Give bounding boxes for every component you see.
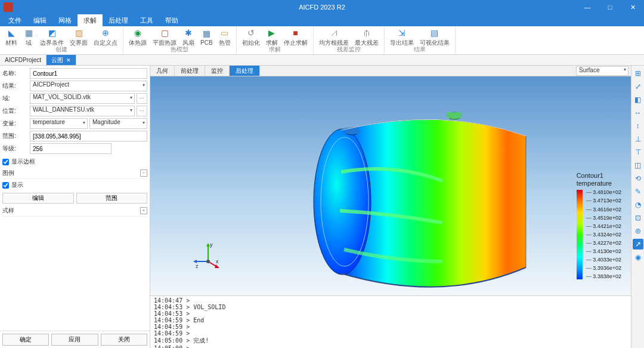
viewport-tool-7[interactable]: ◫ bbox=[633, 160, 643, 171]
app-title: AICFD 2023 R2 bbox=[299, 4, 345, 11]
label-result: 结果: bbox=[2, 82, 30, 90]
menu-0[interactable]: 文件 bbox=[2, 14, 27, 26]
group-name: 结果 bbox=[414, 45, 426, 54]
ribbon-label: 导出结果 bbox=[390, 39, 414, 47]
result-combo[interactable]: AICFDProject bbox=[30, 81, 147, 91]
project-tab[interactable]: 云图✕ bbox=[47, 55, 76, 65]
menu-4[interactable]: 后处理 bbox=[103, 14, 134, 26]
axis-triad: y z x bbox=[193, 241, 223, 270]
ribbon-btn-PCB[interactable]: ▦PCB bbox=[199, 28, 215, 46]
location-more-button[interactable]: ⋯ bbox=[137, 106, 147, 116]
window-controls: — □ ✕ bbox=[576, 0, 644, 14]
viewport-tool-14[interactable]: ◉ bbox=[633, 252, 643, 263]
ribbon-btn-风扇[interactable]: ✱风扇 bbox=[181, 27, 196, 47]
project-tab[interactable]: AICFDProject bbox=[0, 55, 47, 65]
menu-2[interactable]: 网格 bbox=[52, 14, 78, 26]
close-icon[interactable]: ✕ bbox=[66, 57, 71, 63]
domain-more-button[interactable]: ⋯ bbox=[137, 93, 147, 104]
viewport-tool-6[interactable]: ⊤ bbox=[633, 147, 643, 158]
view-tab-3[interactable]: 后处理 bbox=[230, 66, 260, 76]
svg-marker-13 bbox=[215, 264, 219, 268]
view-mode-combo[interactable]: Surface bbox=[576, 66, 628, 76]
legend-gradient bbox=[577, 190, 583, 279]
viewport-tool-8[interactable]: ⟲ bbox=[633, 173, 643, 184]
show-legend-checkbox[interactable] bbox=[2, 182, 9, 189]
group-name: 创建 bbox=[55, 45, 67, 54]
ribbon-label: 自定义点 bbox=[94, 39, 117, 47]
svg-text:y: y bbox=[210, 242, 213, 248]
viewport-tool-4[interactable]: ↕ bbox=[633, 121, 643, 131]
viewport-tool-10[interactable]: ◔ bbox=[633, 199, 643, 210]
viewport-tool-1[interactable]: ⤢ bbox=[633, 81, 643, 92]
ribbon-btn-材料[interactable]: ◣材料 bbox=[4, 27, 19, 47]
menu-5[interactable]: 工具 bbox=[134, 14, 159, 26]
viewport-tool-3[interactable]: ↔ bbox=[633, 107, 643, 118]
close-button[interactable]: ✕ bbox=[621, 0, 644, 14]
ribbon-btn-交界面[interactable]: ▨交界面 bbox=[68, 27, 89, 47]
ribbon-btn-初始化[interactable]: ↺初始化 bbox=[240, 27, 262, 47]
style-section-header[interactable]: 式样 + bbox=[2, 205, 147, 217]
ribbon-btn-域[interactable]: ▦域 bbox=[21, 27, 36, 47]
group-name: 求解 bbox=[269, 45, 281, 54]
viewport-tool-11[interactable]: ⊡ bbox=[633, 213, 643, 223]
ribbon-icon: ⇲ bbox=[397, 27, 407, 38]
console-output[interactable]: 14:04:47 > 14:04:53 > VOL_SOLID 14:04:53… bbox=[150, 295, 631, 348]
ribbon-btn-热管[interactable]: ▭热管 bbox=[217, 27, 233, 47]
viewport-tool-12[interactable]: ⊚ bbox=[633, 226, 643, 236]
group-name: 热模型 bbox=[171, 45, 188, 54]
viewport-3d[interactable]: y z x Contour1 temperature bbox=[150, 76, 631, 295]
legend-tick: 3.4519e+02 bbox=[586, 215, 621, 221]
view-tab-0[interactable]: 几何 bbox=[150, 66, 175, 76]
ribbon-label: PCB bbox=[200, 39, 213, 46]
name-input[interactable] bbox=[30, 68, 147, 79]
ribbon-btn-平面热源[interactable]: ▢平面热源 bbox=[151, 27, 178, 47]
ribbon-icon: ⊕ bbox=[100, 27, 111, 38]
view-tab-2[interactable]: 监控 bbox=[205, 66, 230, 76]
ribbon-btn-体热源[interactable]: ◉体热源 bbox=[127, 27, 148, 47]
minimize-button[interactable]: — bbox=[576, 0, 599, 14]
legend-title: Contour1 bbox=[577, 172, 621, 180]
ribbon-icon: ▦ bbox=[201, 28, 212, 39]
menu-3[interactable]: 求解 bbox=[78, 14, 103, 26]
legend-edit-button[interactable]: 编辑 bbox=[2, 193, 74, 204]
ribbon-btn-边界条件[interactable]: ◩边界条件 bbox=[38, 27, 66, 47]
levels-input[interactable] bbox=[30, 143, 112, 154]
domain-combo[interactable]: MAT_VOL_SOLID.vtk bbox=[30, 93, 135, 104]
legend-tick: 3.4421e+02 bbox=[586, 224, 621, 229]
viewport-tool-0[interactable]: ⊞ bbox=[633, 68, 643, 79]
show-edge-checkbox[interactable] bbox=[2, 159, 9, 165]
ribbon-label: 交界面 bbox=[70, 39, 88, 47]
ribbon-btn-导出结果[interactable]: ⇲导出结果 bbox=[388, 27, 416, 47]
ribbon-group: ◉体热源▢平面热源✱风扇▦PCB▭热管热模型 bbox=[123, 26, 237, 54]
viewport-tool-13[interactable]: ↗ bbox=[633, 239, 643, 250]
dialog-button-关闭[interactable]: 关闭 bbox=[101, 334, 147, 346]
dialog-button-应用[interactable]: 应用 bbox=[51, 334, 98, 346]
ribbon-btn-可视化结果[interactable]: ▤可视化结果 bbox=[418, 27, 451, 47]
viewport-tool-5[interactable]: ⊥ bbox=[633, 134, 643, 144]
ribbon-btn-均方根残差[interactable]: ⩘均方根残差 bbox=[317, 27, 351, 47]
ribbon-icon: ▭ bbox=[219, 27, 230, 38]
ribbon-icon: ✱ bbox=[183, 27, 194, 38]
svg-text:z: z bbox=[196, 263, 199, 269]
legend-range-button[interactable]: 范围 bbox=[76, 193, 148, 204]
range-input[interactable] bbox=[30, 131, 147, 141]
maximize-button[interactable]: □ bbox=[599, 0, 621, 14]
legend-tick: 3.4130e+02 bbox=[586, 249, 621, 254]
ribbon-btn-最大残差[interactable]: ⫛最大残差 bbox=[353, 27, 380, 47]
legend-tick: 3.4616e+02 bbox=[586, 207, 621, 213]
viewport-tool-9[interactable]: ✎ bbox=[633, 186, 643, 197]
menu-6[interactable]: 帮助 bbox=[159, 14, 184, 26]
dialog-button-确定[interactable]: 确定 bbox=[2, 334, 49, 346]
label-levels: 等级: bbox=[2, 144, 30, 153]
ribbon-btn-自定义点[interactable]: ⊕自定义点 bbox=[92, 27, 119, 47]
menu-1[interactable]: 编辑 bbox=[27, 14, 52, 26]
view-tab-1[interactable]: 前处理 bbox=[175, 66, 205, 76]
magnitude-combo[interactable]: Magnitude bbox=[89, 118, 147, 129]
legend-section-header[interactable]: 图例 − bbox=[2, 168, 147, 179]
viewport-tool-2[interactable]: ◧ bbox=[633, 94, 643, 105]
color-legend: Contour1 temperature 3.4810e+023.4713e+0… bbox=[577, 172, 621, 279]
location-combo[interactable]: WALL_DANNETSU.vtk bbox=[30, 106, 135, 116]
ribbon-btn-求解[interactable]: ▶求解 bbox=[264, 27, 280, 47]
variable-combo[interactable]: temperature bbox=[30, 118, 88, 129]
ribbon-btn-停止求解[interactable]: ■停止求解 bbox=[282, 27, 309, 47]
